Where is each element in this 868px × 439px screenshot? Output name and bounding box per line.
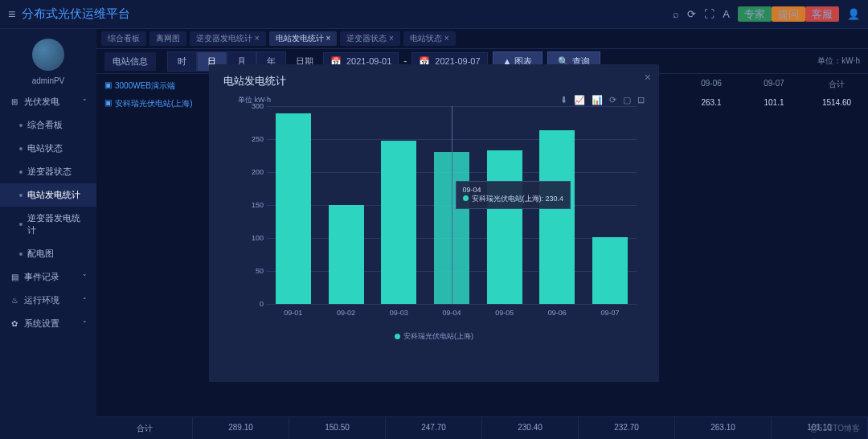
nav-item[interactable]: 电站状态 xyxy=(0,137,96,160)
nav-icon: ▤ xyxy=(10,273,19,282)
tab[interactable]: 离网图 xyxy=(149,31,186,46)
chart-bar[interactable] xyxy=(381,141,416,304)
dot-icon xyxy=(19,252,23,256)
summary-cell: 150.50 xyxy=(289,417,386,439)
summary-cell: 232.70 xyxy=(579,417,675,439)
nav-item[interactable]: 逆变器发电统计 xyxy=(0,207,96,242)
chevron-down-icon: ˅ xyxy=(83,297,87,305)
unit-label: 单位：kW·h xyxy=(817,55,860,67)
top-tag[interactable]: 客服 xyxy=(805,6,839,22)
chart-bar[interactable] xyxy=(487,150,522,304)
summary-cell: 289.10 xyxy=(193,417,289,439)
time-segment[interactable]: 时 xyxy=(167,51,197,72)
fullscreen-icon[interactable]: ⛶ xyxy=(704,8,714,20)
y-tick: 250 xyxy=(252,135,264,143)
y-tick: 100 xyxy=(252,234,264,242)
chart-bar[interactable] xyxy=(539,130,575,304)
dot-icon xyxy=(19,170,23,174)
chevron-down-icon: ˅ xyxy=(83,273,87,281)
y-tick: 200 xyxy=(252,168,264,176)
x-tick: 09-04 xyxy=(434,309,469,317)
y-tick: 300 xyxy=(252,102,264,110)
col-header: 09-07 xyxy=(743,74,805,95)
station-icon: ▣ xyxy=(104,98,112,109)
tab[interactable]: 电站状态 × xyxy=(403,31,456,46)
watermark: @51CTO博客 xyxy=(810,423,860,434)
logo: adminPV xyxy=(0,34,96,90)
data-cell: 1514.60 xyxy=(805,93,868,112)
col-header: 09-06 xyxy=(680,74,743,95)
summary-cell: 合计 xyxy=(96,417,193,439)
y-tick: 0 xyxy=(260,300,264,308)
user-name: adminPV xyxy=(0,76,96,85)
nav-group[interactable]: ⊞光伏发电˅ xyxy=(0,90,96,113)
x-tick: 09-06 xyxy=(539,309,575,317)
data-cell: 263.1 xyxy=(680,93,743,112)
y-tick: 150 xyxy=(252,201,264,209)
data-cell: 101.1 xyxy=(743,93,805,112)
summary-cell: 230.40 xyxy=(482,417,579,439)
refresh-icon[interactable]: ⟳ xyxy=(687,8,696,20)
nav-group[interactable]: ▤事件记录˅ xyxy=(0,265,96,289)
summary-cell: 263.10 xyxy=(675,417,772,439)
close-icon[interactable]: × xyxy=(645,71,651,84)
station-icon: ▣ xyxy=(104,80,112,92)
x-tick: 09-03 xyxy=(381,309,416,317)
chart-bar[interactable] xyxy=(276,113,311,304)
nav-item[interactable]: 电站发电统计 xyxy=(0,183,96,207)
modal-title: 电站发电统计 xyxy=(223,74,645,88)
nav-group[interactable]: ✿系统设置˅ xyxy=(0,312,96,335)
tab[interactable]: 电站发电统计 × xyxy=(269,31,338,46)
chart-modal: × 电站发电统计 ⬇ 📈 📊 ⟳ ▢ ⊡ 单位 kW·h 05010015020… xyxy=(209,64,659,382)
top-tag[interactable]: 提问 xyxy=(772,6,805,22)
chart-legend: 安科瑞光伏电站(上海) xyxy=(223,331,645,342)
nav-item[interactable]: 配电图 xyxy=(0,242,96,265)
nav-item[interactable]: 逆变器状态 xyxy=(0,160,96,183)
station-item[interactable]: ▣安科瑞光伏电站(上海) xyxy=(104,95,201,113)
nav-icon: ✿ xyxy=(10,319,19,329)
chevron-down-icon: ˅ xyxy=(83,98,87,106)
summary-cell: 247.70 xyxy=(386,417,482,439)
tab[interactable]: 综合看板 xyxy=(101,31,146,46)
chart-bar[interactable] xyxy=(592,237,628,304)
nav-group[interactable]: ♨运行环境˅ xyxy=(0,289,96,312)
dot-icon xyxy=(19,223,23,226)
x-tick: 09-07 xyxy=(592,309,628,317)
top-tag[interactable]: 专家 xyxy=(738,6,772,22)
lang-icon[interactable]: A xyxy=(723,8,730,20)
avatar xyxy=(32,39,64,71)
col-header: 合计 xyxy=(805,74,868,95)
tab[interactable]: 逆变器发电统计 × xyxy=(190,31,266,46)
dot-icon xyxy=(19,147,23,150)
chevron-down-icon: ˅ xyxy=(83,320,87,328)
user-icon[interactable]: 👤 xyxy=(847,8,860,20)
chart-bar[interactable] xyxy=(329,205,364,304)
station-info-label: 电站信息 xyxy=(104,52,156,71)
y-tick: 50 xyxy=(256,267,264,275)
station-item[interactable]: ▣3000WEB演示端 xyxy=(104,77,201,95)
app-title: 分布式光伏运维平台 xyxy=(22,6,673,22)
nav-item[interactable]: 综合看板 xyxy=(0,113,96,137)
menu-toggle[interactable]: ≡ xyxy=(8,7,15,22)
x-tick: 09-01 xyxy=(276,309,311,317)
x-tick: 09-05 xyxy=(487,309,522,317)
tab[interactable]: 逆变器状态 × xyxy=(340,31,400,46)
nav-icon: ⊞ xyxy=(10,97,19,107)
x-tick: 09-02 xyxy=(329,309,364,317)
search-icon[interactable]: ⌕ xyxy=(673,8,679,20)
dot-icon xyxy=(19,194,23,197)
nav-icon: ♨ xyxy=(10,296,19,306)
dot-icon xyxy=(19,124,23,127)
